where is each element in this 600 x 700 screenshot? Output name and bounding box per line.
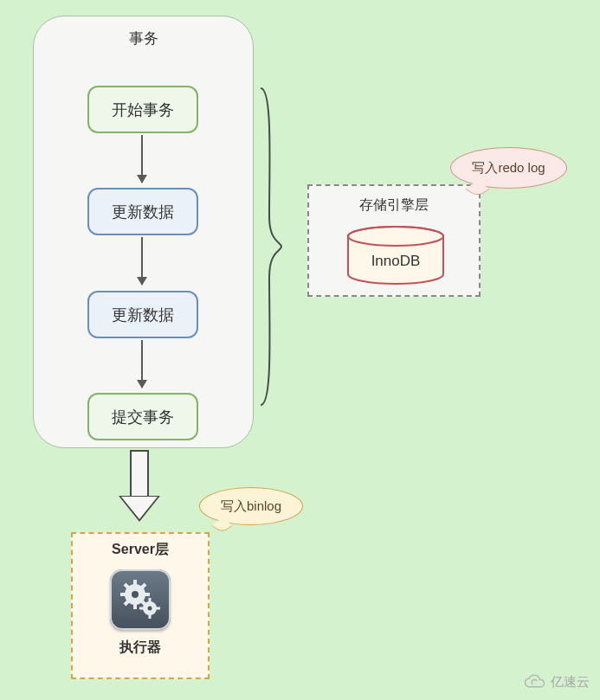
step-commit-transaction: 提交事务 bbox=[87, 393, 198, 440]
cloud-icon bbox=[523, 672, 545, 691]
step-update-data-1: 更新数据 bbox=[87, 188, 198, 235]
svg-rect-16 bbox=[156, 607, 160, 610]
watermark-text: 亿速云 bbox=[551, 674, 590, 690]
svg-rect-14 bbox=[149, 614, 152, 619]
executor-label: 执行器 bbox=[73, 639, 208, 657]
server-layer-container: Server层 bbox=[71, 532, 210, 679]
arrow-down-icon bbox=[141, 340, 143, 388]
storage-engine-title: 存储引擎层 bbox=[309, 196, 479, 215]
bubble-binlog-text: 写入binlog bbox=[221, 498, 281, 515]
arrow-down-icon bbox=[141, 237, 143, 285]
svg-point-17 bbox=[148, 607, 152, 611]
svg-rect-4 bbox=[133, 604, 137, 609]
step-update-data-2: 更新数据 bbox=[87, 291, 198, 338]
svg-rect-6 bbox=[145, 593, 150, 596]
gear-icon bbox=[110, 569, 171, 630]
svg-rect-15 bbox=[139, 607, 144, 610]
step-begin-transaction: 开始事务 bbox=[87, 86, 198, 133]
database-cylinder-icon: InnoDB bbox=[344, 226, 448, 285]
transaction-container: 事务 开始事务 更新数据 更新数据 提交事务 bbox=[33, 16, 254, 448]
engine-name: InnoDB bbox=[371, 253, 421, 269]
speech-bubble-redo-log: 写入redo log bbox=[450, 147, 567, 189]
svg-rect-3 bbox=[133, 580, 137, 585]
svg-rect-5 bbox=[120, 593, 126, 596]
svg-point-11 bbox=[132, 591, 139, 598]
watermark: 亿速云 bbox=[523, 672, 590, 691]
big-arrow-down-icon bbox=[124, 450, 154, 523]
transaction-title: 事务 bbox=[34, 29, 253, 48]
curly-brace-icon bbox=[259, 87, 283, 407]
bubble-redo-text: 写入redo log bbox=[472, 160, 545, 177]
svg-rect-13 bbox=[149, 598, 152, 602]
arrow-down-icon bbox=[141, 135, 143, 183]
server-layer-title: Server层 bbox=[73, 541, 208, 559]
storage-engine-container: 存储引擎层 InnoDB bbox=[307, 184, 481, 297]
speech-bubble-binlog: 写入binlog bbox=[199, 487, 303, 525]
